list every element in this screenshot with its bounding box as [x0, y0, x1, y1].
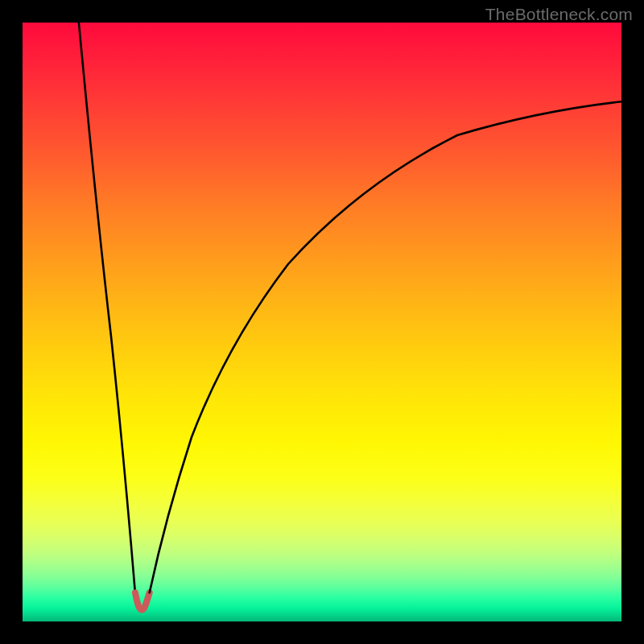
plot-area	[23, 23, 621, 621]
curve-layer	[23, 23, 621, 621]
left-branch-curve	[79, 23, 135, 592]
watermark-text: TheBottleneck.com	[485, 5, 633, 24]
chart-frame: TheBottleneck.com	[0, 0, 644, 644]
curve-group	[79, 23, 621, 610]
trough-red-segment	[135, 592, 150, 609]
right-branch-curve	[150, 101, 621, 592]
